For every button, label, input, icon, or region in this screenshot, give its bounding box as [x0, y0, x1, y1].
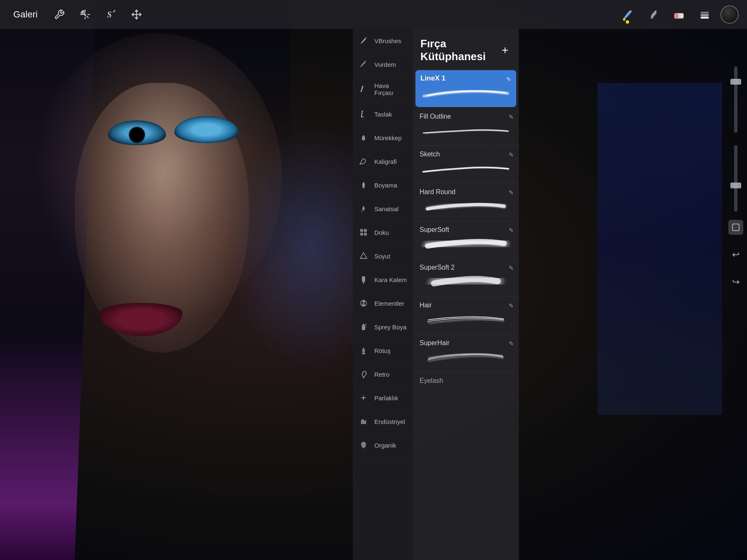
brush-preview	[420, 274, 512, 291]
category-item-murekkep[interactable]: Mürekkep	[353, 126, 413, 150]
svg-rect-15	[701, 12, 709, 14]
brush-item-supersoft2[interactable]: SuperSoft 2 ✎	[413, 259, 519, 297]
brush-item-superhair[interactable]: SuperHair ✎	[413, 334, 519, 372]
category-label: Hava Fırçası	[374, 82, 408, 96]
svg-rect-35	[362, 325, 365, 330]
brush-edit-icon[interactable]: ✎	[509, 340, 514, 347]
category-item-vbrushes[interactable]: VBrushes	[353, 29, 413, 53]
brush-list-header: Fırça Kütüphanesi +	[413, 29, 519, 69]
svg-line-3	[87, 17, 88, 18]
brush-item-linex1[interactable]: LineX 1 ✎	[415, 70, 516, 107]
svg-line-7	[113, 10, 115, 12]
brush-edit-icon[interactable]: ✎	[509, 302, 514, 309]
brush-edit-icon[interactable]: ✎	[509, 265, 514, 271]
category-item-retro[interactable]: Retro	[353, 363, 413, 386]
category-item-parlaklik[interactable]: Parlaklık	[353, 386, 413, 410]
magic-wand-icon[interactable]	[76, 5, 94, 24]
brush-item-fill-outline[interactable]: Fill Outline ✎	[413, 108, 519, 146]
svg-point-43	[363, 377, 364, 378]
category-label: Sanatsal	[374, 205, 398, 212]
category-label: Boyama	[374, 182, 397, 189]
vbrushes-icon	[358, 35, 369, 46]
wrench-icon[interactable]	[50, 5, 68, 24]
brush-item-supersoft[interactable]: SuperSoft ✎	[413, 221, 519, 259]
undo-button[interactable]: ↩	[728, 247, 743, 262]
transform-icon[interactable]	[127, 5, 146, 24]
rotus-icon	[358, 345, 369, 356]
brush-item-sketch[interactable]: Sketch ✎	[413, 146, 519, 183]
brush-name: Hair	[420, 302, 512, 309]
brush-tool-button[interactable]	[618, 5, 637, 24]
svg-line-22	[360, 163, 361, 165]
redo-button[interactable]: ↪	[728, 275, 743, 290]
soyut-icon	[358, 250, 369, 262]
brush-list: LineX 1 ✎ Fill Outline	[413, 69, 519, 560]
category-label: Endüstriyel	[374, 418, 405, 425]
right-controls: ↩ ↪	[724, 29, 747, 560]
svg-rect-30	[363, 282, 364, 283]
category-item-doku[interactable]: Doku	[353, 221, 413, 244]
brush-item-hair[interactable]: Hair ✎	[413, 297, 519, 334]
brush-size-slider[interactable]	[734, 66, 737, 133]
smudge-finger-button[interactable]	[643, 5, 663, 24]
category-label: Rötuş	[374, 347, 391, 354]
category-item-kara-kalem[interactable]: Kara Kalem	[353, 268, 413, 292]
brush-name: Eyelash	[420, 377, 512, 385]
category-item-kaligrafi[interactable]: Kaligrafi	[353, 150, 413, 173]
kara-kalem-icon	[358, 274, 369, 285]
category-item-hava-fircasi[interactable]: Hava Fırçası	[353, 76, 413, 102]
color-swatch[interactable]	[720, 5, 739, 24]
svg-rect-36	[363, 324, 364, 326]
taslak-icon	[358, 108, 369, 120]
brush-edit-icon[interactable]: ✎	[509, 114, 514, 120]
category-item-sprey-boya[interactable]: Sprey Boya	[353, 315, 413, 339]
toolbar-left: Galeri S	[8, 5, 146, 24]
svg-point-11	[623, 18, 625, 21]
brush-edit-icon[interactable]: ✎	[509, 227, 514, 234]
brush-item-eyelash[interactable]: Eyelash	[413, 372, 519, 392]
svg-rect-13	[674, 13, 679, 18]
category-label: Kara Kalem	[374, 276, 407, 283]
add-brush-button[interactable]: +	[499, 43, 511, 58]
category-item-elementler[interactable]: Elementler	[353, 292, 413, 315]
svg-rect-27	[364, 233, 367, 236]
smudge-tool-icon[interactable]: S	[102, 5, 120, 24]
modifier-button[interactable]	[728, 220, 743, 235]
vurdem-icon	[358, 58, 369, 70]
doku-icon	[358, 226, 369, 238]
category-item-boyama[interactable]: Boyama	[353, 173, 413, 197]
category-item-vurdem[interactable]: Vurdem	[353, 53, 413, 76]
brush-name: Hard Round	[420, 188, 512, 196]
svg-rect-24	[360, 229, 363, 232]
layers-button[interactable]	[695, 5, 715, 24]
category-item-organik[interactable]: Organik	[353, 433, 413, 457]
murekkep-icon	[358, 132, 369, 144]
gallery-button[interactable]: Galeri	[8, 6, 43, 23]
brush-name: SuperSoft	[420, 226, 512, 234]
brush-edit-icon[interactable]: ✎	[509, 189, 514, 196]
sprey-boya-icon	[358, 321, 369, 333]
svg-point-38	[366, 326, 366, 326]
svg-rect-18	[732, 224, 739, 231]
svg-rect-21	[361, 117, 364, 117]
brush-edit-icon[interactable]: ✎	[509, 151, 514, 158]
category-label: Sprey Boya	[374, 324, 407, 331]
brush-item-hard-round[interactable]: Hard Round ✎	[413, 183, 519, 221]
eraser-button[interactable]	[669, 5, 689, 24]
brush-edit-icon[interactable]: ✎	[506, 76, 511, 83]
category-item-sanatsal[interactable]: Sanatsal	[353, 197, 413, 221]
opacity-slider[interactable]	[734, 145, 737, 212]
category-item-soyut[interactable]: Soyut	[353, 244, 413, 268]
brush-library-panel: VBrushes Vurdem Hava Fırçası	[353, 29, 519, 560]
category-item-rotus[interactable]: Rötuş	[353, 339, 413, 363]
category-label: Parlaklık	[374, 394, 398, 402]
brush-name: Sketch	[420, 151, 512, 158]
brush-name: Fill Outline	[420, 113, 512, 120]
category-label: Mürekkep	[374, 134, 402, 141]
elementler-icon	[358, 297, 369, 309]
category-item-endustriyel[interactable]: Endüstriyel	[353, 410, 413, 433]
svg-rect-17	[701, 17, 709, 19]
category-label: Organik	[374, 442, 396, 449]
category-item-taslak[interactable]: Taslak	[353, 102, 413, 126]
category-label: Vurdem	[374, 61, 396, 68]
